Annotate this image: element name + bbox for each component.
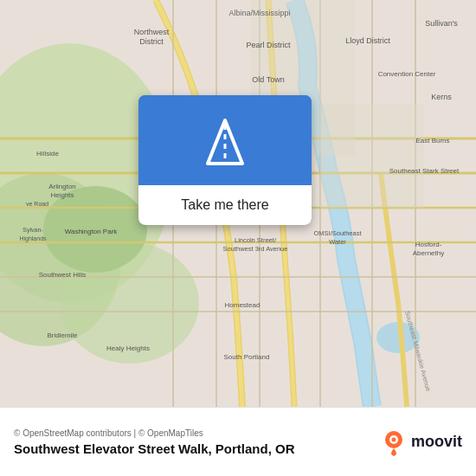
svg-text:Healy Heights: Healy Heights [106,344,150,352]
svg-text:East Burns: East Burns [415,137,449,145]
place-name: Southwest Elevator Street Walk, Portland… [14,441,380,456]
map-container: Albina/Mississippi Northwest District Pe… [0,0,476,407]
road-icon [195,116,255,168]
svg-text:South Portland: South Portland [224,353,270,361]
svg-text:Lloyd District: Lloyd District [345,36,390,45]
moovit-logo: moovit [380,428,462,456]
moovit-brand-text: moovit [411,433,462,451]
overlay-icon-area [138,95,312,185]
svg-text:Hosford-: Hosford- [415,241,442,248]
svg-text:Heights: Heights [50,191,74,199]
svg-text:Convention Center: Convention Center [378,70,436,78]
svg-text:Sylvan-: Sylvan- [23,227,43,234]
svg-text:Northwest: Northwest [134,28,170,36]
svg-text:Bridlemile: Bridlemile [47,331,78,339]
svg-text:Pearl District: Pearl District [246,41,291,49]
svg-text:Homestead: Homestead [225,301,261,309]
attribution: © OpenStreetMap contributors | © OpenMap… [14,428,380,438]
svg-text:Albina/Mississippi: Albina/Mississippi [228,9,290,17]
svg-text:Water: Water [329,238,346,246]
svg-text:Arlington: Arlington [48,183,76,190]
svg-point-55 [391,437,396,441]
svg-text:ve Road: ve Road [26,201,48,207]
svg-text:District: District [139,37,164,46]
svg-text:Kerns: Kerns [431,93,452,101]
svg-text:Abernethy: Abernethy [413,249,444,257]
svg-text:Highlands: Highlands [19,235,47,242]
take-me-there-button[interactable]: Take me there [138,185,312,225]
svg-text:Southeast Stark Street: Southeast Stark Street [389,167,460,175]
bottom-bar: © OpenStreetMap contributors | © OpenMap… [0,407,476,476]
bottom-info: © OpenStreetMap contributors | © OpenMap… [14,428,380,456]
svg-text:Southwest Hills: Southwest Hills [39,271,87,279]
overlay-card: Take me there [138,95,312,225]
svg-text:Hillside: Hillside [36,150,59,158]
svg-text:Sullivan's: Sullivan's [425,19,458,28]
svg-rect-19 [320,104,424,208]
svg-text:Southwest 3rd Avenue: Southwest 3rd Avenue [223,245,288,253]
svg-text:Old Town: Old Town [252,75,284,84]
moovit-brand-icon [380,428,408,456]
svg-text:OMSI/Southeast: OMSI/Southeast [313,229,362,237]
svg-text:Lincoln Street/: Lincoln Street/ [235,236,277,244]
svg-text:Washington Park: Washington Park [65,228,119,235]
